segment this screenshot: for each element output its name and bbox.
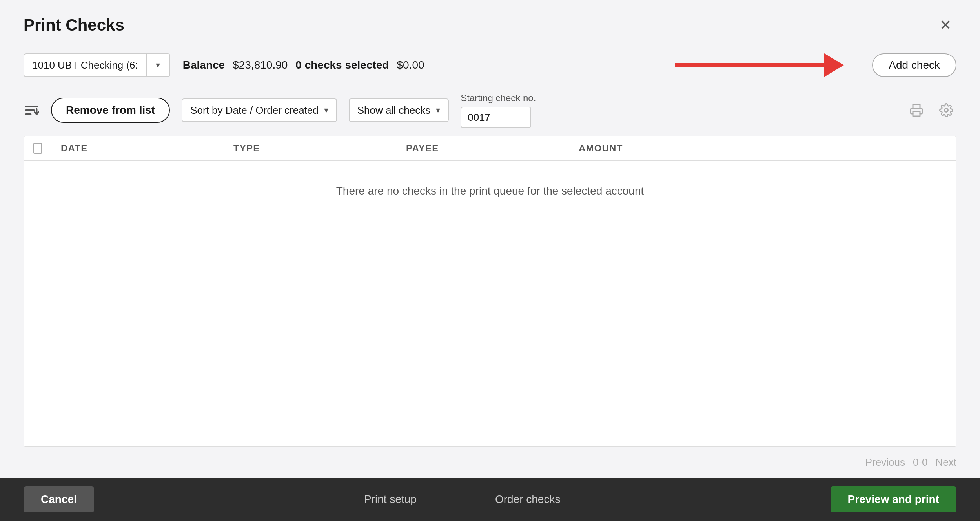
sort-dropdown[interactable]: Sort by Date / Order created ▾ (182, 98, 337, 122)
close-button[interactable]: ✕ (934, 14, 956, 36)
svg-point-5 (945, 109, 948, 112)
empty-message: There are no checks in the print queue f… (336, 185, 644, 197)
show-checks-dropdown[interactable]: Show all checks ▾ (349, 98, 449, 122)
balance-label: Balance (183, 59, 225, 71)
footer-center: Print setup Order checks (94, 493, 831, 506)
cancel-button[interactable]: Cancel (24, 486, 94, 512)
starting-check-input[interactable] (461, 107, 531, 128)
starting-check-group: Starting check no. (461, 93, 536, 128)
header-checkbox-cell (24, 143, 51, 154)
sort-chevron-icon: ▾ (324, 105, 328, 115)
sort-icon (24, 102, 39, 118)
red-arrow (675, 53, 844, 77)
pagination-range: 0-0 (913, 456, 928, 468)
select-all-checkbox[interactable] (33, 143, 42, 154)
print-checks-modal: Print Checks ✕ 1010 UBT Checking (6: ▾ B… (0, 0, 980, 521)
balance-info: Balance $23,810.90 0 checks selected $0.… (183, 59, 424, 71)
checks-selected-label: 0 checks selected (295, 59, 389, 71)
arrow-head (824, 53, 844, 77)
account-label: 1010 UBT Checking (6: (24, 59, 146, 71)
account-dropdown-button[interactable]: ▾ (146, 54, 169, 76)
controls-right (906, 100, 956, 120)
pagination-previous: Previous (865, 456, 905, 468)
footer: Cancel Print setup Order checks Preview … (0, 478, 980, 521)
add-check-button[interactable]: Add check (872, 53, 956, 77)
settings-icon-button[interactable] (936, 100, 956, 120)
modal-header: Print Checks ✕ (0, 0, 980, 46)
preview-and-print-button[interactable]: Preview and print (831, 486, 956, 512)
checks-amount: $0.00 (397, 59, 424, 71)
account-select-wrapper: 1010 UBT Checking (6: ▾ (24, 53, 170, 77)
column-header-date: DATE (51, 143, 224, 154)
controls-row: Remove from list Sort by Date / Order cr… (0, 85, 980, 136)
checks-table: DATE TYPE PAYEE AMOUNT There are no chec… (24, 136, 956, 447)
balance-value: $23,810.90 (233, 59, 288, 71)
table-header: DATE TYPE PAYEE AMOUNT (24, 136, 956, 161)
starting-check-label: Starting check no. (461, 93, 536, 104)
toolbar-row: 1010 UBT Checking (6: ▾ Balance $23,810.… (0, 46, 980, 85)
column-header-amount: AMOUNT (569, 143, 956, 154)
order-checks-button[interactable]: Order checks (495, 493, 561, 506)
page-title: Print Checks (24, 16, 124, 35)
print-icon-button[interactable] (906, 100, 927, 120)
show-checks-label: Show all checks (357, 104, 430, 117)
pagination-next: Next (936, 456, 956, 468)
arrow-line (675, 63, 824, 67)
empty-message-row: There are no checks in the print queue f… (24, 161, 956, 221)
svg-rect-4 (913, 111, 920, 116)
show-checks-chevron-icon: ▾ (436, 105, 440, 115)
column-header-payee: PAYEE (397, 143, 569, 154)
red-arrow-container (437, 53, 860, 77)
sort-dropdown-label: Sort by Date / Order created (190, 104, 319, 117)
remove-from-list-button[interactable]: Remove from list (51, 98, 170, 123)
print-setup-button[interactable]: Print setup (364, 493, 417, 506)
column-header-type: TYPE (224, 143, 397, 154)
pagination-row: Previous 0-0 Next (0, 447, 980, 478)
